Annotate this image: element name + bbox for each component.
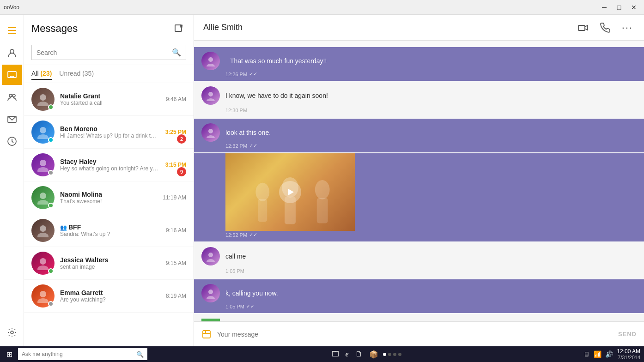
history-nav-icon[interactable] <box>2 131 22 151</box>
naomi-info: Naomi Molina That's awesome! <box>60 191 158 205</box>
group-nav-icon[interactable] <box>2 87 22 107</box>
chat-header: Allie Smith ··· <box>194 15 644 41</box>
messages-title: Messages <box>31 23 78 35</box>
msg-avatar-m2 <box>201 86 220 105</box>
video-thumbnail[interactable] <box>225 153 355 231</box>
svg-point-29 <box>207 98 215 101</box>
voice-call-button[interactable] <box>598 20 613 35</box>
naomi-status <box>48 203 54 208</box>
message-m5: call me 1:05 PM <box>194 242 644 278</box>
ben-status <box>48 137 54 143</box>
svg-rect-45 <box>203 331 210 338</box>
svg-point-23 <box>40 291 46 297</box>
minimize-button[interactable]: ─ <box>598 2 611 13</box>
messages-nav-icon[interactable] <box>2 65 22 85</box>
jessica-status <box>48 268 54 274</box>
contact-item-stacy[interactable]: Stacy Haley Hey so what's going on tonig… <box>24 149 194 181</box>
taskbar-edge-icon[interactable]: e <box>344 350 351 358</box>
send-button[interactable]: SEND <box>618 331 637 338</box>
msg-avatar-m6 <box>201 284 220 302</box>
bff-preview: Sandra: What's up ? <box>60 231 158 237</box>
video-call-button[interactable] <box>576 20 590 35</box>
search-input[interactable] <box>36 49 172 56</box>
svg-marker-38 <box>288 189 294 195</box>
taskbar-search-wrap: 🔍 <box>18 348 147 360</box>
taskbar-files-icon[interactable]: 🗋 <box>353 350 365 358</box>
stacy-status <box>48 170 54 175</box>
naomi-avatar-wrap <box>31 186 55 209</box>
naomi-preview: That's awesome! <box>60 198 158 205</box>
natalie-time: 9:46 AM <box>166 96 186 103</box>
bff-avatar <box>31 219 55 242</box>
msg-text-m1: That was so much fun yesterday!! <box>230 57 327 65</box>
natalie-time-area: 9:46 AM <box>158 96 186 103</box>
taskbar-center: 🗔 e 🗋 📦 <box>330 350 401 359</box>
emma-info: Emma Garrett Are you watching? <box>60 289 158 303</box>
filter-all[interactable]: All (23) <box>31 68 52 80</box>
taskbar-desktop-icon[interactable]: 🗔 <box>330 350 341 358</box>
taskbar-time: 12:00 AM <box>617 348 640 355</box>
bff-name: 👥BFF <box>60 223 158 231</box>
message-m7: You started a call 1:06 PM <box>194 314 644 321</box>
svg-point-28 <box>208 92 213 97</box>
natalie-name: Natalie Grant <box>60 92 158 100</box>
svg-point-41 <box>208 290 213 294</box>
contact-item-jessica[interactable]: Jessica Walters sent an image 9:15 AM <box>24 247 194 280</box>
contact-item-ben[interactable]: Ben Moreno Hi James! Whats up? Up for a … <box>24 116 194 149</box>
filter-unread[interactable]: Unread (35) <box>59 68 94 80</box>
contact-item-naomi[interactable]: Naomi Molina That's awesome! 11:19 AM <box>24 181 194 214</box>
natalie-info: Natalie Grant You started a call <box>60 92 158 106</box>
svg-point-20 <box>37 233 49 237</box>
profile-nav-icon[interactable] <box>2 42 22 63</box>
contact-list: Natalie Grant You started a call 9:46 AM… <box>24 83 194 346</box>
app-title: ooVoo <box>4 4 19 11</box>
svg-point-39 <box>208 253 213 257</box>
ben-info: Ben Moreno Hi James! Whats up? Up for a … <box>60 125 158 139</box>
bff-info: 👥BFF Sandra: What's up ? <box>60 223 158 237</box>
play-button[interactable] <box>225 153 355 231</box>
taskbar-dots <box>383 353 401 356</box>
dot-2 <box>388 353 391 356</box>
stacy-name: Stacy Haley <box>60 158 158 165</box>
msg-avatar-m5 <box>201 247 220 265</box>
msg-avatar-m1 <box>201 52 220 70</box>
stacy-badge: 9 <box>177 167 186 176</box>
more-options-button[interactable]: ··· <box>620 20 635 36</box>
mail-nav-icon[interactable] <box>2 109 22 129</box>
taskbar-search-input[interactable] <box>22 351 136 357</box>
contact-item-bff[interactable]: 👥BFF Sandra: What's up ? 9:16 AM <box>24 214 194 247</box>
taskbar-right: 🖥 📶 🔊 12:00 AM 7/31/2014 <box>583 348 640 360</box>
message-input[interactable] <box>217 331 613 338</box>
jessica-time-area: 9:15 AM <box>158 260 186 266</box>
attach-button[interactable] <box>201 329 212 339</box>
naomi-time-area: 11:19 AM <box>158 194 186 201</box>
hamburger-menu-icon[interactable] <box>2 20 22 41</box>
msg-time-m3: 12:32 PM ✓✓ <box>201 142 637 151</box>
natalie-avatar-wrap <box>31 88 55 111</box>
maximize-button[interactable]: □ <box>613 2 626 13</box>
svg-point-24 <box>37 298 49 303</box>
svg-point-40 <box>207 259 215 262</box>
search-icon: 🔍 <box>172 48 181 57</box>
contact-item-emma[interactable]: Emma Garrett Are you watching? 8:19 AM <box>24 280 194 313</box>
contact-item-natalie[interactable]: Natalie Grant You started a call 9:46 AM <box>24 83 194 116</box>
stacy-preview: Hey so what's going on tonight? Are you … <box>60 165 158 172</box>
close-button[interactable]: ✕ <box>627 2 640 13</box>
message-m4: 12:52 PM ✓✓ <box>194 153 644 241</box>
chat-area: Allie Smith ··· <box>194 15 644 346</box>
taskbar-store-icon[interactable]: 📦 <box>367 350 380 359</box>
svg-point-11 <box>40 94 46 101</box>
start-button[interactable]: ⊞ <box>4 350 15 359</box>
ben-preview: Hi James! Whats up? Up for a drink tonig… <box>60 133 158 139</box>
msg-time-m6: 1:05 PM ✓✓ <box>201 302 637 312</box>
dot-3 <box>393 353 396 356</box>
emma-avatar-wrap <box>31 284 55 308</box>
compose-button[interactable] <box>171 21 186 36</box>
bff-time: 9:16 AM <box>166 227 186 234</box>
msg-text-m2: I know, we have to do it again soon! <box>225 92 328 99</box>
msg-text-m5: call me <box>225 253 246 260</box>
stacy-avatar-wrap <box>31 153 55 176</box>
svg-rect-4 <box>8 72 16 78</box>
window-controls: ─ □ ✕ <box>598 2 640 13</box>
settings-nav-icon[interactable] <box>2 322 22 343</box>
